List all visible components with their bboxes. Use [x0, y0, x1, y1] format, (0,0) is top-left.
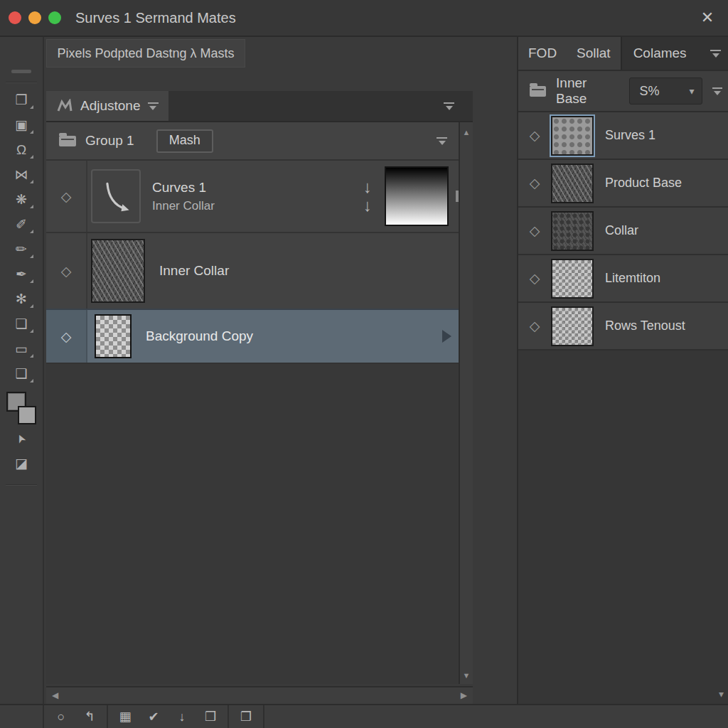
layer-name: Curves 1	[152, 180, 215, 196]
palette-drag-handle[interactable]	[11, 70, 31, 73]
visibility-cell[interactable]: ◇	[518, 176, 551, 191]
clip-arrows: ↓ ↓	[363, 178, 372, 214]
eraser-tool-icon: ✐	[16, 218, 27, 231]
polygon-lasso-tool-button[interactable]: ⋈	[3, 162, 40, 187]
layer-row-litemtiton[interactable]: ◇ Litemtiton	[518, 255, 728, 303]
visibility-cell[interactable]: ◇	[518, 319, 551, 333]
group-row[interactable]: Group 1 Mash	[46, 122, 473, 159]
bottom-toolbar: ○ ↰ ▦ ✔ ↓ ❒ ❐	[0, 704, 728, 728]
opacity-value: S%	[640, 84, 660, 99]
panel-menu-icon[interactable]	[444, 102, 454, 110]
opacity-dropdown[interactable]: S% ▾	[629, 77, 702, 105]
eyedropper-tool-button[interactable]: ✒	[3, 262, 40, 287]
scroll-down-icon[interactable]: ▼	[460, 671, 473, 680]
color-swatches[interactable]	[5, 392, 38, 424]
crop-tool-button[interactable]: ▭	[3, 336, 40, 361]
chevron-down-icon[interactable]: ▾	[719, 688, 724, 700]
eye-icon[interactable]: ◇	[61, 190, 72, 203]
eye-icon[interactable]: ◇	[61, 330, 72, 343]
visibility-cell[interactable]: ◇	[518, 272, 551, 286]
panel-menu-icon[interactable]	[710, 50, 721, 58]
eyedropper-tool-icon: ✒	[16, 267, 27, 281]
traffic-lights	[9, 11, 61, 24]
move-tool-button[interactable]: ❐	[3, 87, 40, 112]
panel-menu-icon[interactable]	[712, 87, 722, 95]
layer-thumbnail[interactable]	[551, 164, 594, 203]
curves-adjustment-icon[interactable]	[91, 169, 141, 223]
layer-thumbnail[interactable]	[551, 259, 594, 299]
layer-row-rows-tenoust[interactable]: ◇ Rows Tenoust	[518, 303, 728, 350]
layer-thumbnail[interactable]	[91, 239, 145, 303]
marquee-tool-button[interactable]: ▣	[3, 112, 40, 137]
layer-row-background-copy[interactable]: ◇ Background Copy	[46, 309, 473, 363]
layer-row-product-base[interactable]: ◇ Product Base	[518, 160, 728, 208]
eye-icon[interactable]: ◇	[530, 128, 540, 143]
grid-icon[interactable]: ▦	[111, 705, 139, 728]
close-traffic-icon[interactable]	[9, 11, 21, 24]
eye-icon[interactable]: ◇	[61, 264, 72, 278]
folder-copy-icon[interactable]: ❒	[196, 705, 225, 728]
layer-name: Surves 1	[605, 128, 655, 143]
tab-fod[interactable]: FOD	[518, 37, 567, 70]
layer-thumbnail[interactable]	[551, 116, 594, 156]
eraser-tool-button[interactable]: ✐	[3, 212, 40, 237]
split-view-tool-button[interactable]: ◪	[3, 451, 40, 476]
layer-mask-thumbnail[interactable]	[385, 166, 449, 226]
zoom-traffic-icon[interactable]	[48, 11, 61, 24]
panel-menu-icon[interactable]	[437, 137, 447, 145]
visibility-cell[interactable]: ◇	[46, 233, 87, 309]
scroll-right-icon[interactable]: ▶	[461, 690, 467, 700]
healing-brush-tool-button[interactable]: ✻	[3, 287, 40, 311]
eye-icon[interactable]: ◇	[530, 318, 540, 333]
duplicate-tool-icon: ❏	[15, 317, 27, 331]
layer-thumbnail[interactable]	[95, 314, 132, 358]
layer-row-inner-collar[interactable]: ◇ Inner Collar	[46, 232, 473, 309]
duplicate-tool-button[interactable]: ❏	[3, 311, 40, 336]
close-icon[interactable]: ✕	[694, 9, 721, 27]
cursor-tool-button[interactable]: ➤	[3, 426, 40, 451]
scroll-up-icon[interactable]: ▲	[460, 128, 473, 136]
record-icon[interactable]: ○	[47, 705, 75, 728]
tab-sollat[interactable]: Sollat	[567, 37, 621, 70]
layer-name: Inner Collar	[159, 263, 229, 279]
minimize-traffic-icon[interactable]	[28, 11, 41, 24]
tab-adjustone[interactable]: Adjustone	[46, 91, 168, 121]
mash-button[interactable]: Mash	[156, 129, 213, 153]
confirm-brush-icon[interactable]: ✔	[139, 705, 168, 728]
tab-label: Sollat	[577, 46, 611, 61]
eye-icon[interactable]: ◇	[530, 223, 540, 238]
right-panel-empty-area: ▾	[518, 350, 728, 704]
visibility-cell[interactable]: ◇	[518, 224, 551, 238]
mask-pen-tool-button[interactable]: ✏	[3, 237, 40, 262]
expand-arrow-icon[interactable]	[442, 330, 451, 343]
undo-icon[interactable]: ↰	[75, 705, 104, 728]
panel-title: Adjustone	[80, 98, 141, 114]
shape-copy-tool-button[interactable]: ❑	[3, 361, 40, 386]
download-icon[interactable]: ↓	[168, 705, 196, 728]
visibility-cell[interactable]: ◇	[46, 310, 87, 363]
layer-thumbnail[interactable]	[551, 306, 594, 346]
visibility-cell[interactable]: ◇	[46, 161, 87, 232]
layer-row-curves[interactable]: ◇ Curves 1 Inner Collar ↓ ↓	[46, 159, 473, 232]
lasso-tool-icon: Ω	[16, 143, 26, 156]
window-title: Surves 1 Sermand Mates	[75, 10, 236, 26]
scroll-left-icon[interactable]: ◀	[52, 690, 58, 700]
eye-icon[interactable]: ◇	[530, 176, 540, 191]
shape-copy-tool-icon: ❑	[15, 367, 27, 380]
layer-thumbnail[interactable]	[551, 211, 594, 251]
document-tab[interactable]: Pixels Podpted Dastng λ Masts	[46, 39, 245, 68]
new-layer-icon[interactable]: ❐	[232, 705, 260, 728]
panel-menu-icon[interactable]	[148, 102, 159, 110]
divider	[6, 82, 37, 83]
layer-row-collar[interactable]: ◇ Collar	[518, 208, 728, 255]
colames-dropdown[interactable]: Colames	[621, 37, 728, 70]
horizontal-scrollbar[interactable]: ◀ ▶	[46, 686, 473, 704]
curve-arrow-icon	[97, 178, 134, 215]
layer-row-surves1[interactable]: ◇ Surves 1	[518, 112, 728, 160]
vertical-scrollbar[interactable]: ▲ ▼	[459, 122, 473, 684]
background-color-swatch[interactable]	[18, 406, 36, 424]
eye-icon[interactable]: ◇	[530, 271, 540, 286]
lasso-tool-button[interactable]: Ω	[3, 137, 40, 162]
visibility-cell[interactable]: ◇	[518, 129, 551, 143]
quick-select-tool-button[interactable]: ❋	[3, 187, 40, 212]
